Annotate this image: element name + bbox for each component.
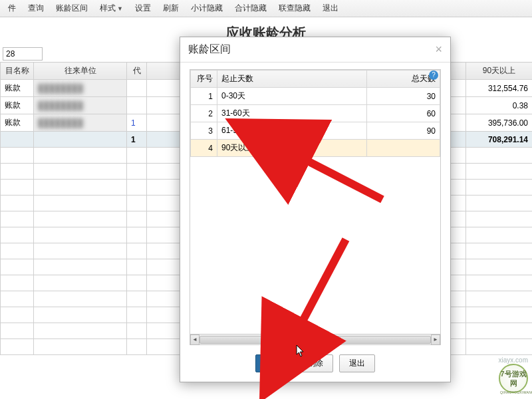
dialog-header: 账龄区间 × [180, 37, 450, 63]
add-button[interactable]: 增加 [255, 354, 291, 372]
dialog-footer: 增加 删除 退出 [180, 348, 450, 382]
range-row[interactable]: 3 61-90天 90 [191, 122, 440, 140]
col-range[interactable]: 起止天数 [217, 70, 367, 88]
exit-button[interactable]: 退出 [339, 354, 375, 372]
range-row-active[interactable]: 4 90天以上! [191, 140, 440, 157]
range-row[interactable]: 1 0-30天 30 [191, 88, 440, 105]
modal-overlay: 账龄区间 × ? 序号 起止天数 总天数 1 [0, 0, 532, 399]
scroll-left-icon[interactable]: ◄ [190, 334, 200, 345]
watermark: xiayx.com 7号游戏网 QIHAOYOUXIWANG [499, 356, 528, 395]
scroll-right-icon[interactable]: ► [431, 334, 440, 345]
table-empty-area [190, 157, 440, 334]
scroll-thumb[interactable] [200, 336, 431, 344]
watermark-badge-icon: 7号游戏网 QIHAOYOUXIWANG [499, 364, 528, 393]
aging-range-dialog: 账龄区间 × ? 序号 起止天数 总天数 1 [180, 37, 451, 382]
range-table: 序号 起止天数 总天数 1 0-30天 30 2 31- [190, 70, 440, 157]
col-seq[interactable]: 序号 [191, 70, 217, 88]
dialog-title: 账龄区间 [188, 43, 231, 57]
delete-button[interactable]: 删除 [297, 354, 333, 372]
range-table-wrap: 序号 起止天数 总天数 1 0-30天 30 2 31- [190, 69, 441, 345]
horizontal-scrollbar[interactable]: ◄ ► [190, 334, 440, 344]
help-icon[interactable]: ? [429, 70, 438, 80]
close-icon[interactable]: × [435, 43, 442, 57]
range-row[interactable]: 2 31-60天 60 [191, 105, 440, 122]
